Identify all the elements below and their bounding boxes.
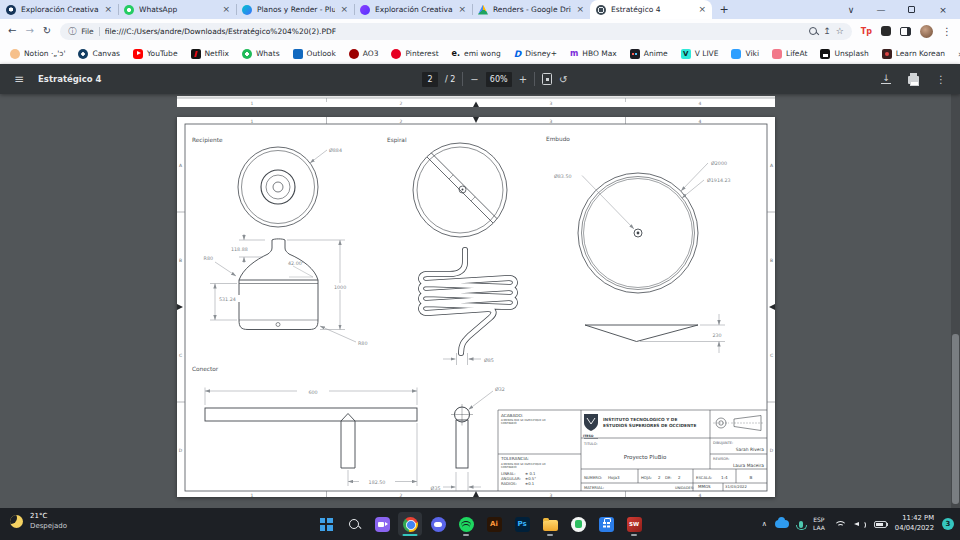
scrollbar[interactable] [951,94,960,508]
zoom-level[interactable]: 60% [486,72,512,87]
spotify-app[interactable] [454,512,478,536]
bookmark-lifeat[interactable]: LifeAt [772,49,807,59]
tab-label: Exploración Creativa - PluB [375,5,453,14]
lang-line2: LAA [813,524,825,532]
page-number-input[interactable]: 2 [422,72,438,87]
battery-icon[interactable] [874,521,887,528]
extension-icon[interactable] [881,26,891,36]
project-title: Proyecto PluBio [624,454,667,461]
tab-estrategico-4-active[interactable]: Estratégico 4 × [590,0,712,19]
microsoft-store-app[interactable] [594,512,618,536]
pdf-actions: ↓ ⋮ [881,74,946,85]
weather-widget[interactable]: 21°C Despejado [10,512,67,532]
window-maximize-button[interactable] [896,0,926,19]
bookmark-label: Learn Korean [896,49,945,58]
profile-avatar[interactable] [920,25,933,38]
tab-label: Estratégico 4 [611,5,693,14]
onedrive-icon[interactable] [775,520,789,528]
close-icon[interactable]: × [340,5,348,14]
bookmark-notion[interactable]: Notion ·„'ɔ' [10,49,65,59]
language-indicator[interactable]: ESP LAA [813,516,825,532]
close-icon[interactable]: × [698,5,706,14]
file-explorer-app[interactable] [538,512,562,536]
wifi-icon[interactable] [833,520,846,529]
bookmark-anime[interactable]: Anime [630,49,668,59]
browser-menu-kebab[interactable]: ⋮ [942,26,952,37]
zoom-out-button[interactable]: − [470,74,478,85]
tab-exploracion-creativa[interactable]: Exploración Creativa × [0,0,118,19]
bookmark-disney-plus[interactable]: DDisney+ [514,49,557,59]
bookmark-pinterest[interactable]: Pinterest [391,49,438,59]
zoom-in-button[interactable]: + [519,74,527,85]
dimensions [205,150,725,491]
tab-renders-drive[interactable]: Renders - Google Drive × [472,0,590,19]
back-button[interactable]: ← [8,26,16,36]
photoshop-app[interactable]: Ps [510,512,534,536]
window-minimize-button[interactable]: — [866,0,896,19]
bookmark-learn-korean[interactable]: Learn Korean [882,49,945,59]
svg-text:UNIDADES:: UNIDADES: [675,486,694,490]
tab-exploracion-plubio[interactable]: Exploración Creativa - PluB × [354,0,472,19]
microphone-icon[interactable] [799,521,803,528]
illustrator-app[interactable]: Ai [482,512,506,536]
rotate-icon[interactable]: ↺ [559,74,567,85]
forward-button[interactable]: → [25,26,33,36]
ao3-icon [349,49,359,59]
volume-icon[interactable] [854,519,866,529]
dim-label: Ø2000 [711,161,727,166]
bookmark-unsplash[interactable]: Unsplash [820,49,868,59]
close-icon[interactable]: × [576,5,584,14]
bookmark-whats[interactable]: Whats [242,49,280,59]
solidworks-app[interactable]: SW [622,512,646,536]
address-bar[interactable]: ⓘ File file:///C:/Users/andre/Downloads/… [60,23,852,40]
drafter-name: Sarah Rivera [736,447,765,452]
bookmark-star-icon[interactable]: ☆ [836,27,844,36]
bookmark-netflix[interactable]: Netflix [191,49,229,59]
taskbar-apps: Ai Ps SW [314,512,646,536]
bookmark-ao3[interactable]: AO3 [349,49,379,59]
start-button[interactable] [314,512,338,536]
pdf-menu-kebab[interactable]: ⋮ [936,74,946,85]
bookmark-hbo-max[interactable]: mHBO Max [570,49,617,59]
notification-badge[interactable]: 3 [942,518,954,530]
search-button[interactable] [342,512,366,536]
tab-whatsapp[interactable]: WhatsApp × [118,0,236,19]
close-icon[interactable]: × [222,5,230,14]
teleparty-extension-icon[interactable]: Tp [861,27,872,36]
share-icon[interactable]: ↥ [823,27,831,36]
bookmark-outlook[interactable]: Outlook [293,49,336,59]
video-chat-app[interactable] [370,512,394,536]
close-icon[interactable]: × [458,5,466,14]
side-panel-icon[interactable] [900,27,911,36]
page-info-icon[interactable]: ⓘ [68,26,76,37]
svg-text:A: A [179,163,183,168]
tray-chevron-icon[interactable]: ∧ [762,520,767,528]
tab-search-chevron[interactable]: ∨ [836,0,866,19]
bookmark-canvas[interactable]: Canvas [78,49,120,59]
tab-planos-render[interactable]: Planos y Render - PluBio - F × [236,0,354,19]
reload-button[interactable]: ↻ [43,26,51,36]
fit-to-page-icon[interactable] [542,73,552,85]
svg-text:MATERIAL:: MATERIAL: [584,485,604,490]
pdf-viewport[interactable]: 1 2 3 4 [0,94,960,508]
download-icon[interactable]: ↓ [881,74,891,85]
evernote-app[interactable] [566,512,590,536]
bookmark-v-live[interactable]: VV LIVE [681,49,719,59]
clock[interactable]: 11:42 PM 04/04/2022 [895,514,934,534]
chrome-app[interactable] [398,512,422,536]
bookmark-viki[interactable]: Viki [731,49,758,59]
pdf-menu-icon[interactable]: ≡ [14,72,24,86]
bookmark-youtube[interactable]: YouTube [133,49,178,59]
window-close-button[interactable]: × [926,0,960,19]
zoom-icon[interactable] [809,27,818,36]
url-text[interactable]: file:///C:/Users/andre/Downloads/Estraté… [105,27,804,36]
svg-text:D: D [179,448,183,453]
new-tab-button[interactable]: + [712,0,736,19]
print-icon[interactable] [908,76,919,84]
bookmark-emi-wong[interactable]: e.emi wong [452,49,501,59]
discord-app[interactable] [426,512,450,536]
dim-label: 1000 [334,285,346,290]
scrollbar-thumb[interactable] [952,334,959,504]
embudo-top-view [578,173,698,293]
close-icon[interactable]: × [104,5,112,14]
